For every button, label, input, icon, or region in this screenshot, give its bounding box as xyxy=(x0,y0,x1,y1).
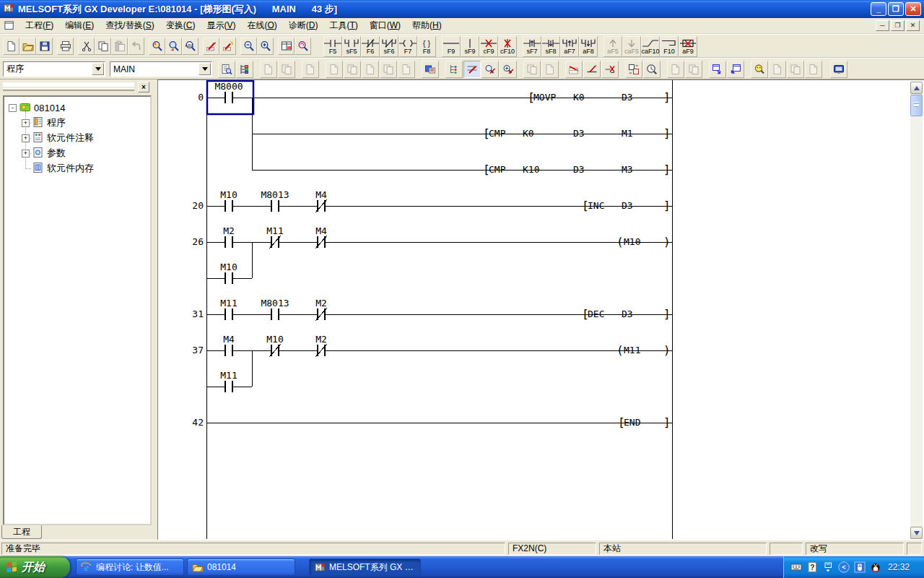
delete-vertical-line-button[interactable]: cF10 xyxy=(498,36,517,57)
program-name-combobox[interactable]: MAIN xyxy=(110,61,212,77)
ladder-rung-step-42[interactable]: 42[END] xyxy=(192,415,672,429)
monitor-window-button[interactable] xyxy=(830,61,847,78)
tree-expander[interactable]: + xyxy=(22,119,30,127)
ladder-rung-step-26[interactable]: 26M2M11M4(M10) xyxy=(192,225,672,249)
ladder-canvas[interactable]: 0M8000[MOVPK0D3][CMPK0D3M1][CMPK10D3M3]2… xyxy=(158,80,909,539)
invert-operation-button[interactable]: caF10 xyxy=(641,36,660,57)
tree-expander[interactable]: + xyxy=(22,134,30,142)
rising-pulse-button[interactable]: sF7 xyxy=(523,36,541,57)
window-front-button[interactable] xyxy=(709,61,726,78)
mdi-minimize-button[interactable]: ─ xyxy=(876,20,889,31)
combo-dropdown-icon[interactable] xyxy=(92,63,104,75)
device-replace-button[interactable] xyxy=(625,61,642,78)
coil-button[interactable]: F7 xyxy=(398,36,417,57)
start-button[interactable]: 开始 xyxy=(0,556,70,578)
open-contact-button[interactable]: F5 xyxy=(323,36,342,57)
menu-诊断[interactable]: 诊断(D) xyxy=(283,17,324,34)
monitor-mode-button[interactable] xyxy=(481,61,499,78)
menu-工具[interactable]: 工具(T) xyxy=(323,17,363,34)
rising-pulse-branch-button[interactable]: aF7 xyxy=(560,36,579,57)
ladder-edit-button[interactable] xyxy=(203,38,219,55)
ladder-rung-step-0[interactable]: 0M8000[MOVPK0D3] xyxy=(198,81,672,104)
delete-line-button[interactable]: aF9 xyxy=(679,36,697,57)
cross-reference-button[interactable] xyxy=(295,38,311,55)
scroll-down-button[interactable] xyxy=(910,527,923,539)
tree-item-软元件内存[interactable]: 软元件内存 xyxy=(22,162,94,175)
menu-显示[interactable]: 显示(V) xyxy=(201,17,241,34)
tree-item-软元件注释[interactable]: +软元件注释 xyxy=(22,131,94,144)
scroll-up-button[interactable] xyxy=(910,82,923,94)
mouse-tool-tray-icon[interactable] xyxy=(854,561,866,573)
delete-horizontal-line-button[interactable]: cF9 xyxy=(479,36,498,57)
menu-编辑[interactable]: 编辑(E) xyxy=(59,17,100,34)
ladder-insert-button[interactable] xyxy=(219,38,236,55)
ladder-logic-test-button[interactable] xyxy=(236,61,253,78)
combo-dropdown-icon[interactable] xyxy=(199,63,211,75)
menu-在线[interactable]: 在线(O) xyxy=(241,17,282,34)
vertical-scrollbar[interactable] xyxy=(910,82,923,539)
window-new-button[interactable] xyxy=(727,61,744,78)
keyboard-tray-icon[interactable] xyxy=(790,561,802,573)
language-ball-tray-icon[interactable]: < xyxy=(838,561,850,573)
comment-tree-button[interactable] xyxy=(445,61,463,78)
restore-button[interactable]: ❐ xyxy=(888,2,904,16)
save-project-button[interactable] xyxy=(36,38,53,55)
tree-expander[interactable]: - xyxy=(9,104,17,112)
copy-button[interactable] xyxy=(95,38,111,55)
mdi-close-button[interactable]: ✕ xyxy=(906,20,920,31)
menu-工程[interactable]: 工程(F) xyxy=(19,17,59,34)
ladder-rung[interactable]: M10 xyxy=(206,262,252,284)
panel-drag-handle[interactable] xyxy=(3,82,134,91)
ladder-rung[interactable]: [CMPK0D3M1] xyxy=(252,126,672,140)
device-misc-button[interactable] xyxy=(422,61,439,78)
find-contact-button[interactable] xyxy=(751,61,768,78)
print-button[interactable] xyxy=(57,38,74,55)
open-branch-button[interactable]: sF5 xyxy=(342,36,361,57)
find-instruction-button[interactable]: ABC xyxy=(182,38,199,55)
falling-pulse-button[interactable]: sF8 xyxy=(541,36,560,57)
zoom-in-button[interactable] xyxy=(257,38,274,55)
find-button[interactable] xyxy=(149,38,165,55)
mdi-restore-button[interactable]: ❐ xyxy=(891,20,905,31)
taskbar-task-1[interactable]: e编程讨论: 让数值... xyxy=(76,558,184,576)
monitor-write-mode-button[interactable] xyxy=(500,61,517,78)
ladder-rung-step-37[interactable]: 37M4M10M2(M11) xyxy=(192,334,672,357)
minimize-button[interactable]: _ xyxy=(871,2,886,16)
write-mode-button[interactable] xyxy=(463,61,481,78)
ladder-rung[interactable]: M11 xyxy=(206,370,252,392)
new-project-button[interactable] xyxy=(3,38,19,55)
tree-item-参数[interactable]: +参数 xyxy=(22,147,66,160)
cut-button[interactable] xyxy=(78,38,95,55)
falling-pulse-branch-button[interactable]: aF8 xyxy=(579,36,598,57)
taskbar-task-2[interactable]: 081014 xyxy=(187,558,295,576)
horizontal-line-button[interactable]: F9 xyxy=(442,36,461,57)
open-project-button[interactable] xyxy=(19,38,36,55)
closed-branch-button[interactable]: sF6 xyxy=(380,36,398,57)
help-tray-icon[interactable]: ? xyxy=(806,561,818,573)
tree-expander[interactable]: + xyxy=(22,150,30,158)
statement-edit-button[interactable] xyxy=(583,61,601,78)
note-edit-button[interactable] xyxy=(601,61,619,78)
data-type-combobox[interactable]: 程序 xyxy=(3,61,105,77)
menu-窗口[interactable]: 窗口(W) xyxy=(364,17,406,34)
qq-tray-icon[interactable] xyxy=(870,561,881,573)
panel-close-button[interactable]: × xyxy=(138,82,149,92)
tree-item-081014[interactable]: -081014 xyxy=(9,101,65,114)
project-data-list-button[interactable] xyxy=(218,61,235,78)
menu-查找/替换[interactable]: 查找/替换(S) xyxy=(100,17,160,34)
ladder-rung-step-31[interactable]: 31M11M8013M2[DECD3] xyxy=(192,298,672,321)
comment-display-button[interactable] xyxy=(278,38,295,55)
menu-帮助[interactable]: 帮助(H) xyxy=(406,17,448,34)
restore-window-tray-icon[interactable] xyxy=(822,561,834,573)
vertical-line-button[interactable]: sF9 xyxy=(461,36,479,57)
comment-edit-button[interactable] xyxy=(565,61,583,78)
close-button[interactable]: ✕ xyxy=(905,2,921,16)
scrollbar-thumb[interactable] xyxy=(910,95,923,116)
project-tab[interactable]: 工程 xyxy=(1,525,42,539)
ladder-rung-step-20[interactable]: 20M10M8013M4[INCD3] xyxy=(192,189,672,212)
zoom-out-button[interactable] xyxy=(240,38,257,55)
clock-setting-button[interactable] xyxy=(643,61,661,78)
find-device-button[interactable] xyxy=(165,38,182,55)
draw-line-button[interactable]: F10 xyxy=(660,36,679,57)
application-instruction-button[interactable]: { }F8 xyxy=(417,36,436,57)
